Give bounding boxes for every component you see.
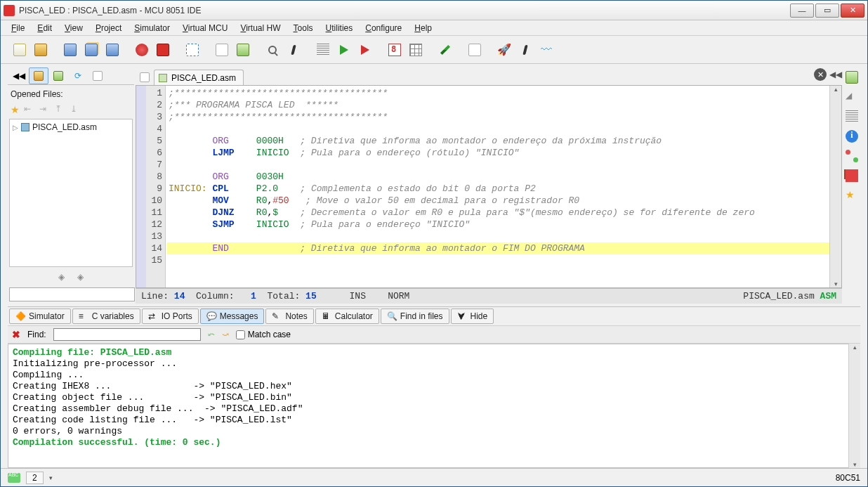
new-file-button[interactable] (11, 41, 29, 59)
footer-count: 2 (26, 472, 44, 484)
code-line[interactable] (167, 123, 829, 135)
doc1-button[interactable] (213, 41, 231, 59)
left-tab-refresh[interactable]: ⟳ (68, 67, 88, 84)
stop-button[interactable] (154, 41, 172, 59)
code-line[interactable]: LJMP INICIO ; Pula para o endereço (rótu… (167, 147, 829, 159)
file-tree[interactable]: ▷ PISCA_LED.asm (9, 119, 133, 267)
brush2-button[interactable] (516, 41, 534, 59)
left-tab-fs[interactable] (88, 67, 107, 84)
edit-button[interactable] (436, 41, 454, 59)
indent-button[interactable] (314, 41, 332, 59)
right-chevron-icon[interactable]: ◢ (846, 91, 858, 103)
right-doc-icon[interactable] (846, 71, 858, 84)
add-tab-button[interactable] (137, 70, 152, 85)
bottom-tab-messages[interactable]: 💬Messages (200, 309, 265, 324)
menu-project[interactable]: Project (89, 22, 128, 34)
open-file-button[interactable] (32, 41, 50, 59)
footer-dropdown-icon[interactable]: ▾ (49, 474, 53, 481)
breakpoint-gutter[interactable] (136, 86, 146, 287)
code-line[interactable]: MOV R0,#50 ; Move o valor 50 em decimal … (167, 195, 829, 207)
bottom-tab-notes[interactable]: ✎Notes (265, 309, 313, 324)
left-search-input[interactable] (9, 287, 135, 301)
code-line[interactable]: ;*** PROGRAMA PISCA LED ****** (167, 99, 829, 111)
bottom-tab-simulator[interactable]: 🔶Simulator (9, 309, 71, 324)
menu-virtual-mcu[interactable]: Virtual MCU (176, 22, 234, 34)
menu-file[interactable]: File (5, 22, 31, 34)
next-icon[interactable]: ◈ (77, 272, 84, 282)
code-area[interactable]: ;***************************************… (166, 86, 829, 287)
editor-scrollbar-v[interactable]: ▴▾ (829, 86, 841, 287)
code-line[interactable] (167, 254, 829, 266)
run2-button[interactable] (356, 41, 374, 59)
right-star-icon[interactable]: ★ (846, 189, 858, 202)
find-input[interactable] (53, 328, 201, 341)
save-as-button[interactable] (82, 41, 100, 59)
menu-help[interactable]: Help (408, 22, 438, 34)
bottom-tab-c-variables[interactable]: ≡C variables (72, 309, 140, 324)
import-button[interactable] (466, 41, 484, 59)
find-next-button[interactable]: ⤻ (222, 330, 229, 339)
sort-desc-icon[interactable]: ⇥ (39, 104, 51, 115)
right-info-icon[interactable]: i (846, 130, 858, 143)
code-line[interactable]: ;*************************************** (167, 111, 829, 123)
find-prev-button[interactable]: ⤺ (208, 330, 215, 339)
match-case-input[interactable] (236, 330, 245, 339)
code-line[interactable] (167, 230, 829, 242)
left-tab-files[interactable] (29, 67, 48, 84)
bottom-tab-hide[interactable]: ⮟Hide (451, 309, 494, 324)
menu-configure[interactable]: Configure (359, 22, 408, 34)
match-case-checkbox[interactable]: Match case (236, 330, 291, 339)
right-flag-icon[interactable] (846, 169, 858, 182)
code-line[interactable]: ORG 0030H (167, 171, 829, 183)
seg7-button[interactable] (386, 41, 404, 59)
close-file-button[interactable] (133, 41, 151, 59)
find-button[interactable] (263, 41, 282, 59)
matrix-button[interactable] (407, 41, 425, 59)
menu-virtual-hw[interactable]: Virtual HW (234, 22, 287, 34)
menu-utilities[interactable]: Utilities (320, 22, 360, 34)
code-line[interactable]: SJMP INICIO ; Pula para o endereço "INIC… (167, 219, 829, 230)
code-line[interactable]: DJNZ R0,$ ; Decrementa o valor em R0 e p… (167, 207, 829, 219)
save-button[interactable] (61, 41, 79, 59)
save-all-button[interactable] (103, 41, 121, 59)
down-icon[interactable]: ⤓ (70, 104, 81, 115)
messages-scrollbar[interactable]: ▴▾ (848, 344, 860, 468)
wave-button[interactable]: 〰 (537, 41, 555, 59)
up-icon[interactable]: ⤒ (55, 104, 66, 115)
left-tab-project[interactable] (48, 67, 68, 84)
messages-output[interactable]: Compiling file: PISCA_LED.asmInitializin… (8, 344, 860, 468)
code-line[interactable]: INICIO: CPL P2.0 ; Complementa o estado … (167, 183, 829, 195)
find-close-button[interactable]: ✖ (12, 329, 20, 340)
prev-icon[interactable]: ◈ (58, 272, 65, 282)
right-graph-icon[interactable] (846, 150, 858, 162)
bookmark-icon[interactable]: ★ (11, 104, 20, 115)
code-line[interactable]: END ; Diretiva que informa ao montador o… (167, 242, 829, 254)
close-button[interactable]: ✕ (841, 4, 864, 18)
left-tab-back[interactable]: ◀◀ (9, 67, 29, 84)
menu-edit[interactable]: Edit (31, 22, 58, 34)
menu-view[interactable]: View (58, 22, 89, 34)
expand-icon[interactable]: ▷ (13, 124, 18, 131)
minimize-button[interactable]: — (790, 4, 814, 18)
menu-tools[interactable]: Tools (287, 22, 320, 34)
code-line[interactable]: ORG 0000H ; Diretiva que informa ao mont… (167, 135, 829, 147)
code-line[interactable]: ;*************************************** (167, 87, 829, 99)
right-list-icon[interactable] (846, 110, 858, 123)
replace-button[interactable] (284, 41, 303, 59)
maximize-button[interactable]: ▭ (815, 4, 839, 18)
close-tab-button[interactable]: ✕ (814, 68, 827, 81)
rocket-button[interactable]: 🚀 (495, 41, 513, 59)
tab-forward-button[interactable]: ◀◀ (829, 70, 842, 79)
spellcheck-icon[interactable] (8, 473, 20, 483)
sort-asc-icon[interactable]: ⇤ (24, 104, 35, 115)
bottom-tab-find-in-files[interactable]: 🔍Find in files (381, 309, 449, 324)
code-line[interactable] (167, 159, 829, 171)
fullscreen-button[interactable] (183, 41, 202, 59)
menu-simulator[interactable]: Simulator (128, 22, 176, 34)
bottom-tab-io-ports[interactable]: ⇄IO Ports (142, 309, 199, 324)
tree-item[interactable]: ▷ PISCA_LED.asm (13, 122, 129, 132)
doc2-button[interactable] (234, 41, 252, 59)
run-button[interactable] (335, 41, 353, 59)
editor-tab[interactable]: PISCA_LED.asm (154, 70, 244, 85)
bottom-tab-calculator[interactable]: 🖩Calculator (315, 309, 379, 324)
